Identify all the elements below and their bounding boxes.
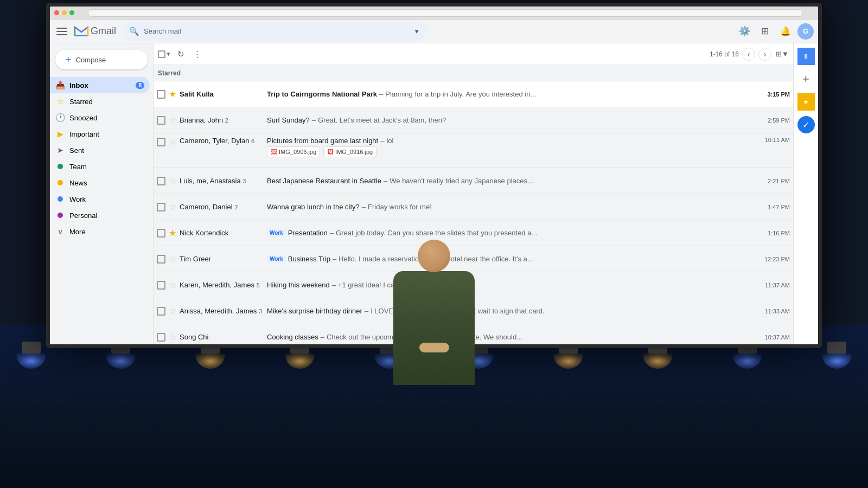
sidebar-item-more[interactable]: ∨ More bbox=[50, 223, 150, 240]
starred-icon: ☆ bbox=[55, 97, 65, 106]
sidebar-item-inbox[interactable]: 📥 Inbox 8 bbox=[50, 77, 150, 93]
email-star-3[interactable]: ☆ bbox=[169, 137, 176, 147]
email-preview-4: We haven't really tried any Japanese pla… bbox=[390, 177, 757, 185]
email-checkbox-3[interactable] bbox=[157, 138, 165, 146]
settings-icon[interactable]: ⚙️ bbox=[736, 23, 753, 40]
next-page-button[interactable]: › bbox=[758, 48, 771, 61]
email-checkbox-1[interactable] bbox=[157, 90, 165, 99]
right-panel-check-circle[interactable]: ✓ bbox=[797, 116, 815, 133]
right-panel: 8 + ★ ✓ bbox=[793, 43, 818, 344]
email-star-7[interactable]: ☆ bbox=[169, 254, 176, 264]
email-checkbox-7[interactable] bbox=[157, 255, 165, 264]
email-star-2[interactable]: ☆ bbox=[169, 115, 176, 125]
view-options-button[interactable]: ⊞▼ bbox=[775, 47, 790, 62]
email-time-6: 1:16 PM bbox=[760, 230, 790, 236]
email-time-1: 3:15 PM bbox=[760, 91, 790, 98]
add-panel-button[interactable]: + bbox=[797, 70, 815, 88]
sidebar-item-team[interactable]: Team bbox=[50, 158, 150, 175]
email-star-5[interactable]: ☆ bbox=[169, 202, 176, 212]
attachment-chip-1[interactable]: 🖼 IMG_0906.jpg bbox=[267, 146, 320, 157]
email-preview-3: lol bbox=[386, 137, 393, 145]
email-checkbox-2[interactable] bbox=[157, 116, 165, 125]
email-content-10: Cooking classes – Check out the upcoming… bbox=[264, 333, 760, 341]
attachment-name-1: IMG_0906.jpg bbox=[279, 149, 316, 155]
email-subject-9: Mike's surprise birthday dinner bbox=[267, 307, 362, 315]
email-subject-1: Trip to Cairngorms National Park bbox=[267, 90, 377, 98]
email-sender-2: Brianna, John 2 bbox=[180, 116, 264, 124]
search-bar[interactable]: 🔍 Search mail ▼ bbox=[123, 22, 426, 41]
email-sender-10: Song Chi bbox=[180, 333, 264, 341]
sidebar-item-starred[interactable]: ☆ Starred bbox=[50, 93, 150, 110]
sidebar-item-sent[interactable]: ➤ Sent bbox=[50, 142, 150, 158]
email-sender-6: Nick Kortendick bbox=[180, 229, 264, 237]
email-subject-3: Pictures from board game last night bbox=[267, 137, 378, 145]
gmail-top-bar: Gmail 🔍 Search mail ▼ ⚙️ ⊞ 🔔 G bbox=[50, 20, 818, 43]
snoozed-label: Snoozed bbox=[69, 114, 97, 122]
compose-button[interactable]: + Compose bbox=[55, 50, 148, 69]
email-star-1[interactable]: ★ bbox=[169, 89, 176, 99]
email-row-3[interactable]: ☆ Cameron, Tyler, Dylan 6 Pictures from … bbox=[154, 133, 793, 168]
email-content-5: Wanna grab lunch in the city? – Friday w… bbox=[264, 203, 760, 211]
work-label-chip-2: Work bbox=[267, 255, 286, 262]
inbox-icon: 📥 bbox=[55, 80, 65, 90]
notification-icon[interactable]: 🔔 bbox=[777, 23, 794, 40]
work-dot-icon bbox=[58, 196, 63, 202]
attachment-name-2: IMG_0916.jpg bbox=[335, 149, 373, 155]
email-checkbox-9[interactable] bbox=[157, 307, 165, 316]
gmail-text-label: Gmail bbox=[91, 25, 116, 37]
search-dropdown-icon[interactable]: ▼ bbox=[413, 28, 420, 35]
email-star-9[interactable]: ☆ bbox=[169, 306, 176, 316]
sidebar-item-work[interactable]: Work bbox=[50, 191, 150, 207]
sidebar-item-personal[interactable]: Personal bbox=[50, 207, 150, 223]
avatar[interactable]: G bbox=[797, 23, 814, 40]
gmail-logo: Gmail bbox=[74, 24, 116, 39]
sidebar-item-snoozed[interactable]: 🕐 Snoozed bbox=[50, 110, 150, 126]
url-bar bbox=[88, 9, 803, 17]
email-content-1: Trip to Cairngorms National Park – Plann… bbox=[264, 90, 760, 98]
email-subject-4: Best Japanese Restaurant in Seattle bbox=[267, 177, 381, 185]
compose-plus-icon: + bbox=[65, 54, 72, 65]
email-checkbox-4[interactable] bbox=[157, 177, 165, 185]
email-sender-7: Tim Greer bbox=[180, 255, 264, 263]
email-subject-5: Wanna grab lunch in the city? bbox=[267, 203, 360, 211]
apps-grid-icon[interactable]: ⊞ bbox=[756, 23, 774, 40]
email-checkbox-10[interactable] bbox=[157, 333, 165, 342]
email-star-4[interactable]: ☆ bbox=[169, 176, 176, 186]
email-star-8[interactable]: ☆ bbox=[169, 280, 176, 290]
email-preview-2: Great. Let's meet at Jack's at 8am, then… bbox=[318, 116, 757, 124]
email-star-6[interactable]: ★ bbox=[169, 228, 176, 238]
email-sender-4: Luis, me, Anastasia 3 bbox=[180, 177, 264, 185]
email-row-1[interactable]: ★ Salit Kulla Trip to Cairngorms Nationa… bbox=[154, 81, 793, 107]
sidebar: + Compose 📥 Inbox 8 ☆ Starred bbox=[50, 43, 153, 344]
email-time-7: 12:23 PM bbox=[760, 256, 790, 262]
email-checkbox-5[interactable] bbox=[157, 203, 165, 211]
prev-page-button[interactable]: ‹ bbox=[742, 48, 755, 61]
email-subject-10: Cooking classes bbox=[267, 333, 318, 341]
personal-label: Personal bbox=[69, 211, 97, 220]
inbox-label: Inbox bbox=[69, 81, 131, 89]
hamburger-icon[interactable] bbox=[54, 24, 69, 39]
more-label: More bbox=[69, 228, 86, 236]
more-options-button[interactable]: ⋮ bbox=[189, 47, 205, 62]
presenter-hands bbox=[419, 343, 449, 352]
sidebar-item-important[interactable]: ▶ Important bbox=[50, 126, 150, 142]
email-checkbox-6[interactable] bbox=[157, 229, 165, 237]
email-row-5[interactable]: ☆ Cameron, Daniel 2 Wanna grab lunch in … bbox=[154, 194, 793, 220]
email-checkbox-8[interactable] bbox=[157, 281, 165, 290]
email-content-3: Pictures from board game last night – lo… bbox=[264, 137, 760, 157]
sidebar-item-news[interactable]: News bbox=[50, 175, 150, 191]
email-subject-6: Presentation bbox=[288, 229, 328, 237]
email-row-2[interactable]: ☆ Brianna, John 2 Surf Sunday? – Great. … bbox=[154, 107, 793, 133]
email-content-9: Mike's surprise birthday dinner – I LOVE… bbox=[264, 307, 760, 315]
refresh-button[interactable]: ↻ bbox=[173, 47, 188, 62]
email-sender-1: Salit Kulla bbox=[180, 90, 264, 98]
select-all-checkbox[interactable]: ▼ bbox=[157, 47, 172, 62]
email-preview-1: Planning for a trip in July. Are you int… bbox=[385, 90, 757, 98]
attachment-chip-2[interactable]: 🖼 IMG_0916.jpg bbox=[323, 146, 376, 157]
email-row-4[interactable]: ☆ Luis, me, Anastasia 3 Best Japanese Re… bbox=[154, 168, 793, 194]
email-star-10[interactable]: ☆ bbox=[169, 332, 176, 342]
email-time-9: 11:33 AM bbox=[760, 308, 790, 314]
email-content-8: Hiking this weekend – +1 great idea! I c… bbox=[264, 281, 760, 289]
email-toolbar: ▼ ↻ ⋮ 1-16 of 16 ‹ › ⊞▼ bbox=[154, 43, 793, 65]
right-panel-badge-blue: 8 bbox=[797, 48, 815, 65]
